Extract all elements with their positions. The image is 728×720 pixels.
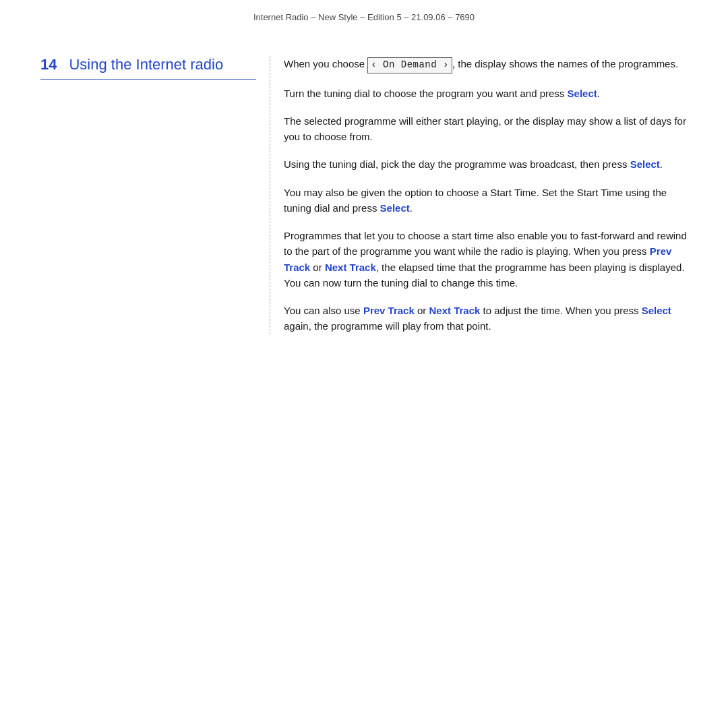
paragraph-3: The selected programme will either start… (284, 113, 688, 145)
p1-text1: When you choose (284, 58, 367, 69)
p5-select: Select (380, 202, 410, 214)
p7-prev-track: Prev Track (363, 305, 415, 316)
p6-text1: Programmes that let you to choose a star… (284, 230, 687, 257)
p7-text1: You can also use (284, 305, 363, 316)
p7-next-track: Next Track (429, 305, 480, 316)
p7-text4: again, the programme will play from that… (284, 320, 491, 332)
left-column: 14 Using the Internet radio (40, 56, 270, 334)
p5-text2: . (410, 202, 413, 214)
p2-text2: . (597, 88, 600, 99)
paragraph-7: You can also use Prev Track or Next Trac… (284, 303, 688, 334)
chapter-number: 14 (40, 56, 57, 73)
paragraph-4: Using the tuning dial, pick the day the … (284, 156, 688, 172)
on-demand-badge: ‹ On Demand › (367, 57, 452, 73)
p6-next-track: Next Track (325, 262, 376, 273)
paragraph-6: Programmes that let you to choose a star… (284, 228, 688, 291)
content-block: When you choose ‹ On Demand ›, the displ… (284, 56, 688, 334)
p7-select: Select (642, 305, 671, 316)
page-header: Internet Radio – New Style – Edition 5 –… (0, 0, 728, 29)
paragraph-5: You may also be given the option to choo… (284, 185, 688, 216)
right-column: When you choose ‹ On Demand ›, the displ… (270, 56, 688, 334)
chapter-title: Using the Internet radio (69, 56, 223, 73)
p1-text2: , the display shows the names of the pro… (452, 58, 678, 69)
p4-select: Select (630, 158, 660, 170)
p6-text2: or (310, 262, 325, 273)
p7-text3: to adjust the time. When you press (480, 305, 641, 316)
p4-text1: Using the tuning dial, pick the day the … (284, 158, 630, 170)
paragraph-1: When you choose ‹ On Demand ›, the displ… (284, 56, 688, 73)
p3-text: The selected programme will either start… (284, 115, 686, 142)
p7-text2: or (415, 305, 429, 316)
p2-text1: Turn the tuning dial to choose the progr… (284, 88, 568, 99)
page-layout: 14 Using the Internet radio When you cho… (0, 56, 728, 334)
chapter-header: 14 Using the Internet radio (40, 56, 256, 73)
paragraph-2: Turn the tuning dial to choose the progr… (284, 86, 688, 101)
p2-select: Select (568, 88, 597, 99)
header-text: Internet Radio – New Style – Edition 5 –… (253, 12, 475, 22)
chapter-divider (40, 79, 256, 80)
p5-text1: You may also be given the option to choo… (284, 187, 667, 214)
p4-text2: . (660, 158, 663, 170)
